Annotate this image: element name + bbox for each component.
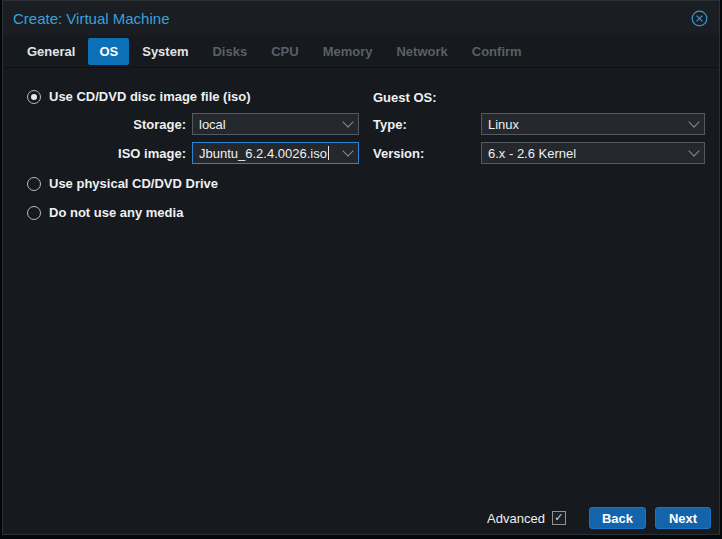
tab-network: Network [385,38,458,65]
iso-image-label: ISO image: [93,146,186,161]
radio-selected-icon [27,90,41,104]
dialog-title: Create: Virtual Machine [13,10,169,27]
tab-system[interactable]: System [131,38,199,65]
text-cursor [328,146,329,160]
chevron-down-icon [689,118,698,127]
guest-os-heading: Guest OS: [373,90,437,105]
os-tab-content: Use CD/DVD disc image file (iso) Storage… [3,68,719,534]
version-label: Version: [373,146,424,161]
type-label: Type: [373,117,407,132]
chevron-down-icon [343,147,352,156]
advanced-label: Advanced [487,511,545,526]
checkmark-icon: ✓ [554,512,563,523]
tab-cpu: CPU [260,38,309,65]
close-icon[interactable] [691,10,708,27]
dialog-titlebar: Create: Virtual Machine [3,1,719,35]
chevron-down-icon [689,147,698,156]
radio-use-iso[interactable]: Use CD/DVD disc image file (iso) [27,89,251,104]
radio-physical-drive[interactable]: Use physical CD/DVD Drive [27,176,218,191]
tab-memory: Memory [312,38,384,65]
tab-confirm: Confirm [461,38,533,65]
storage-select[interactable]: local [192,113,359,135]
dialog-footer: Advanced ✓ Back Next [487,507,711,529]
create-vm-dialog: Create: Virtual Machine General OS Syste… [2,0,720,535]
iso-image-combo[interactable]: Jbuntu_6.2.4.0026.iso [192,142,359,164]
type-select[interactable]: Linux [481,113,705,135]
advanced-checkbox[interactable]: ✓ [552,511,566,525]
radio-unselected-icon [27,206,41,220]
radio-no-media[interactable]: Do not use any media [27,205,183,220]
chevron-down-icon [343,118,352,127]
tab-bar: General OS System Disks CPU Memory Netwo… [3,35,719,68]
storage-label: Storage: [93,117,186,132]
tab-os[interactable]: OS [88,38,129,65]
tab-general[interactable]: General [16,38,86,65]
back-button[interactable]: Back [589,507,646,529]
version-select[interactable]: 6.x - 2.6 Kernel [481,142,705,164]
radio-unselected-icon [27,177,41,191]
next-button[interactable]: Next [655,507,711,529]
tab-disks: Disks [201,38,258,65]
